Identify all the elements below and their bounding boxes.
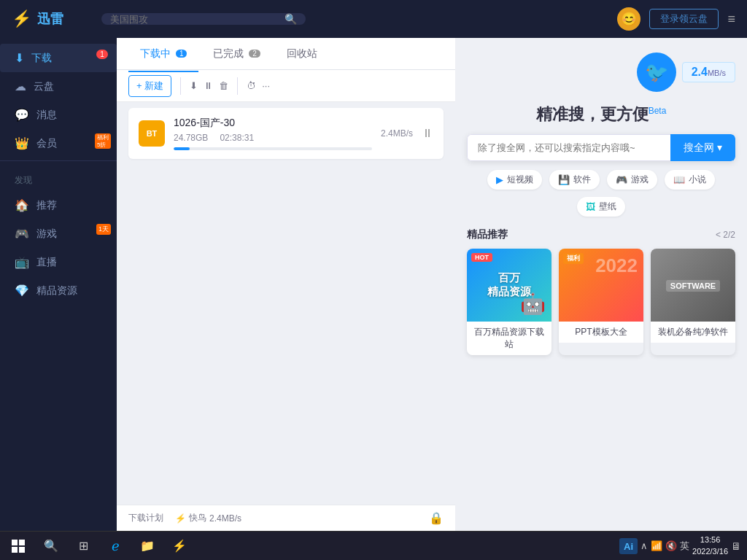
title-search-box[interactable]: 🔍 [101,13,306,25]
taskbar-search-button[interactable]: 🔍 [36,532,66,561]
pause-button[interactable]: ⏸ [422,127,433,140]
toolbar-download-icon[interactable]: ⬇ [190,80,198,91]
svg-rect-0 [12,540,18,545]
featured-card-3[interactable]: SOFTWARE 装机必备纯净软件 [651,249,735,355]
sidebar-label-member: 会员 [36,137,57,150]
featured-title: 精品推荐 [467,228,508,241]
speed-badge: 🐦 2.4MB/s [467,52,735,92]
toolbar-delete-icon[interactable]: 🗑 [219,80,228,91]
tray-sound-icon[interactable]: 🔇 [665,540,677,551]
taskbar: 🔍 ⊞ ℯ 📁 ⚡ Ai ∧ 📶 🔇 英 13:56 2022/3/16 � [0,531,747,560]
main-panel: 下载中 1 已完成 2 回收站 + 新建 ⬇ ⏸ [117,38,455,531]
tab-completed[interactable]: 已完成 2 [201,42,271,66]
taskbar-xunlei-icon[interactable]: ⚡ [165,532,194,561]
search-section: 精准搜，更方便Beta 搜全网 ▾ ▶ 短视频 💾 软件 [467,104,735,217]
search-title: 精准搜，更方便Beta [467,104,735,125]
card1-label: 百万精品资源下载站 [467,322,551,355]
fast-icon: ⚡ [175,513,186,524]
toolbar-pause-icon[interactable]: ⏸ [204,80,213,91]
speed-unit: MB/s [708,69,726,77]
taskbar-explorer-icon[interactable]: 📁 [133,532,162,561]
title-bar: ⚡ 迅雷 🔍 😊 登录领云盘 ≡ [0,0,747,38]
menu-icon[interactable]: ≡ [727,12,735,27]
beta-label: Beta [649,106,667,116]
logo-icon: ⚡ [12,9,31,28]
plan-label: 下载计划 [128,512,163,524]
tray-lang-icon[interactable]: 英 [680,540,689,553]
sidebar-label-download: 下载 [31,52,52,65]
fast-mode[interactable]: ⚡ 快鸟 2.4MB/s [175,512,241,524]
tray-arrow-icon[interactable]: ∧ [640,540,648,551]
member-icon: 👑 [15,136,29,150]
sidebar-item-live[interactable]: 📺 直播 [0,248,117,276]
sidebar-item-download[interactable]: ⬇ 下载 1 [0,44,117,72]
sidebar-label-message: 消息 [36,109,57,122]
member-badge: 福利5折 [95,133,111,149]
completed-badge: 2 [249,50,260,58]
new-download-button[interactable]: + 新建 [128,75,171,97]
status-speed: 2.4MB/s [209,513,241,524]
download-time: 02:38:31 [220,133,254,143]
cat-wallpaper[interactable]: 🖼 壁纸 [577,197,625,217]
title-search-icon[interactable]: 🔍 [285,13,297,25]
sidebar-item-recommend[interactable]: 🏠 推荐 [0,191,117,219]
taskbar-multiview-icon[interactable]: ⊞ [69,532,98,561]
featured-nav[interactable]: < 2/2 [716,230,735,240]
title-search-input[interactable] [110,14,279,25]
app-logo: ⚡ 迅雷 [12,9,63,28]
premium-icon: 💎 [15,284,29,298]
cloud-icon: ☁ [15,79,26,93]
login-button[interactable]: 登录领云盘 [649,9,719,29]
app-body: ⬇ 下载 1 ☁ 云盘 💬 消息 👑 会员 福利5折 发现 🏠 推荐 [0,38,747,531]
sidebar-divider [0,160,117,161]
featured-card-2[interactable]: 福利 2022 PPT模板大全 [559,249,643,355]
card2-image: 福利 2022 [559,249,643,322]
tab-recycle[interactable]: 回收站 [275,42,329,66]
download-badge: 1 [96,50,108,59]
sidebar-item-member[interactable]: 👑 会员 福利5折 [0,129,117,158]
cat-short-video[interactable]: ▶ 短视频 [487,170,542,190]
right-search-box[interactable]: 搜全网 ▾ [467,134,735,161]
card3-label: 装机必备纯净软件 [651,322,735,343]
title-bar-right: 😊 登录领云盘 ≡ [617,7,735,31]
featured-grid: HOT 百万精品资源 🤖 百万精品资源下载站 福利 [467,249,735,355]
cat-games[interactable]: 🎮 游戏 [607,170,657,190]
download-speed: 2.4MB/s [381,128,413,139]
tabs-bar: 下载中 1 已完成 2 回收站 [117,38,455,70]
taskbar-ie-icon[interactable]: ℯ [101,532,130,561]
sidebar-label-live: 直播 [36,256,57,269]
search-submit-button[interactable]: 搜全网 ▾ [670,134,735,161]
ai-button[interactable]: Ai [619,538,638,554]
app-window: ⚡ 迅雷 🔍 😊 登录领云盘 ≡ ⬇ 下载 1 ☁ 云盘 [0,0,747,531]
windows-icon [11,539,26,553]
sidebar-label-cloud: 云盘 [34,80,54,93]
tray-network-icon[interactable]: 📶 [651,540,662,551]
download-size: 24.78GB [174,133,208,143]
card2-year: 2022 [595,254,638,277]
taskbar-pinned-apps: ⊞ ℯ 📁 ⚡ [66,532,197,561]
notification-icon[interactable]: 🖥 [731,540,741,552]
message-icon: 💬 [15,108,29,122]
sidebar-item-cloud[interactable]: ☁ 云盘 [0,72,117,101]
system-clock[interactable]: 13:56 2022/3/16 [692,534,728,557]
right-search-input[interactable] [467,134,670,161]
download-info: 1026-国产-30 24.78GB 02:38:31 [174,117,372,150]
start-button[interactable] [0,532,36,561]
sidebar-item-games[interactable]: 🎮 游戏 1天 [0,219,117,248]
toolbar-more-icon[interactable]: ··· [262,80,270,91]
games-cat-icon: 🎮 [616,174,627,185]
toolbar-history-icon[interactable]: ⏱ [247,80,256,91]
sidebar-item-message[interactable]: 💬 消息 [0,101,117,129]
featured-card-1[interactable]: HOT 百万精品资源 🤖 百万精品资源下载站 [467,249,551,355]
card1-hot-badge: HOT [471,253,492,262]
lock-icon[interactable]: 🔒 [429,511,444,525]
card2-fuli-badge: 福利 [563,253,584,264]
cat-software[interactable]: 💾 软件 [549,170,600,190]
tab-downloading[interactable]: 下载中 1 [128,42,198,66]
card3-image: SOFTWARE [651,249,735,322]
cat-novel[interactable]: 📖 小说 [665,170,715,190]
right-panel: 🐦 2.4MB/s 精准搜，更方便Beta 搜全网 ▾ [455,38,747,531]
toolbar-sep1 [180,77,181,95]
sidebar-item-premium[interactable]: 💎 精品资源 [0,276,117,305]
download-toolbar: + 新建 ⬇ ⏸ 🗑 ⏱ ··· [117,70,455,102]
